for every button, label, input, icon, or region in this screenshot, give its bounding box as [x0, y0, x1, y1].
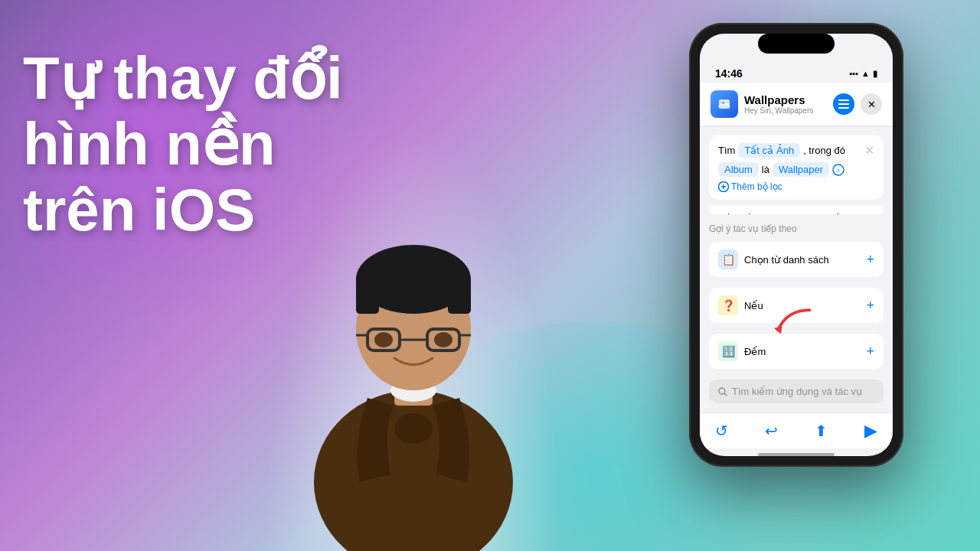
app-name: Wallpapers	[744, 93, 813, 106]
add-filter-label: Thêm bộ lọc	[731, 181, 782, 192]
header-buttons: ✕	[833, 93, 882, 115]
filter-close-icon[interactable]: ✕	[864, 143, 874, 158]
app-header: Wallpapers Hey Siri, Wallpapers ✕	[700, 83, 893, 126]
suggestions-label: Gợi ý tác vụ tiếp theo	[709, 220, 884, 236]
svg-point-12	[374, 332, 393, 347]
suggestion-text-list: Chọn từ danh sách	[744, 254, 829, 266]
suggestion-count-left: 🔢 Đếm	[718, 341, 766, 361]
filter-row2: Album là Wallpaper ›	[718, 162, 874, 177]
search-placeholder: Tìm kiếm ứng dụng và tác vụ	[732, 386, 862, 397]
menu-button[interactable]	[833, 93, 854, 115]
search-bar[interactable]: Tìm kiếm ứng dụng và tác vụ	[709, 380, 884, 403]
share-icon[interactable]: ⬆	[815, 422, 828, 440]
filter-row1: Tìm Tất cả Ảnh , trong đó ✕	[718, 143, 874, 158]
svg-point-13	[434, 332, 452, 347]
suggestion-icon-if: ❓	[718, 295, 738, 315]
suggestion-list-item[interactable]: 📋 Chọn từ danh sách +	[709, 242, 884, 277]
filter-chip-photos[interactable]: Tất cả Ảnh	[738, 143, 800, 158]
add-filter-button[interactable]: Thêm bộ lọc	[718, 181, 874, 192]
suggestion-add-count[interactable]: +	[866, 344, 874, 360]
search-icon	[718, 387, 727, 396]
play-icon[interactable]: ▶	[864, 421, 877, 441]
suggestion-text-count: Đếm	[744, 346, 766, 357]
suggestion-left: 📋 Chọn từ danh sách	[718, 249, 829, 269]
home-indicator	[758, 453, 835, 456]
phone-body: 14:46 ▪▪▪ ▲ ▮	[689, 23, 903, 467]
title-line1: Tự thay đổi	[23, 46, 343, 112]
suggestion-if-left: ❓ Nếu	[718, 295, 763, 315]
phone-mockup: 14:46 ▪▪▪ ▲ ▮	[689, 23, 903, 467]
app-content: Tìm Tất cả Ảnh , trong đó ✕ Album là Wal…	[700, 126, 893, 412]
status-time: 14:46	[715, 67, 743, 80]
suggestion-add-list[interactable]: +	[866, 252, 874, 268]
bottom-toolbar: ↺ ↩ ⬆ ▶	[700, 412, 893, 448]
sort-row: Sắp xếp theo Ngẫu nhiên	[709, 206, 884, 214]
person-svg	[291, 153, 536, 551]
close-button[interactable]: ✕	[861, 93, 882, 115]
app-icon	[710, 90, 738, 118]
suggestion-text-if: Nếu	[744, 300, 763, 311]
dynamic-island	[758, 34, 835, 54]
filter-connector1: , trong đó	[803, 145, 845, 156]
app-header-left: Wallpapers Hey Siri, Wallpapers	[710, 90, 813, 118]
svg-point-14	[394, 413, 433, 444]
find-label: Tìm	[718, 145, 735, 156]
filter-more-icon[interactable]: ›	[832, 164, 844, 176]
suggestion-icon-list: 📋	[718, 249, 738, 269]
signal-icon: ▪▪▪	[849, 69, 858, 78]
app-title-block: Wallpapers Hey Siri, Wallpapers	[744, 93, 813, 115]
suggestion-add-if[interactable]: +	[866, 298, 874, 314]
redo-icon[interactable]: ↩	[765, 422, 778, 440]
filter-connector2: là	[762, 164, 769, 175]
suggestion-icon-count: 🔢	[718, 341, 738, 361]
app-subtitle: Hey Siri, Wallpapers	[744, 106, 813, 115]
svg-rect-15	[838, 99, 849, 101]
battery-icon: ▮	[873, 69, 877, 79]
svg-rect-5	[356, 276, 379, 314]
phone-screen: 14:46 ▪▪▪ ▲ ▮	[700, 34, 893, 456]
red-arrow-indicator	[769, 302, 815, 344]
svg-rect-6	[448, 276, 471, 314]
filter-chip-album[interactable]: Album	[718, 162, 759, 177]
person-image	[268, 107, 559, 551]
filter-chip-wallpaper[interactable]: Wallpaper	[773, 162, 829, 177]
svg-marker-25	[774, 326, 782, 334]
wifi-icon: ▲	[861, 69, 870, 78]
svg-rect-16	[838, 103, 849, 105]
svg-line-24	[725, 393, 727, 396]
svg-text:›: ›	[837, 166, 839, 174]
svg-point-23	[719, 388, 725, 394]
svg-rect-17	[838, 107, 849, 109]
settings-card: Sắp xếp theo Ngẫu nhiên Giới hạn Lấy 1 ả…	[709, 206, 884, 214]
sort-value[interactable]: Ngẫu nhiên	[823, 214, 874, 214]
sort-label: Sắp xếp theo	[718, 214, 778, 214]
undo-icon[interactable]: ↺	[715, 422, 728, 440]
filter-card: Tìm Tất cả Ảnh , trong đó ✕ Album là Wal…	[709, 135, 884, 200]
status-bar: 14:46 ▪▪▪ ▲ ▮	[700, 60, 893, 83]
status-icons: ▪▪▪ ▲ ▮	[849, 69, 877, 79]
